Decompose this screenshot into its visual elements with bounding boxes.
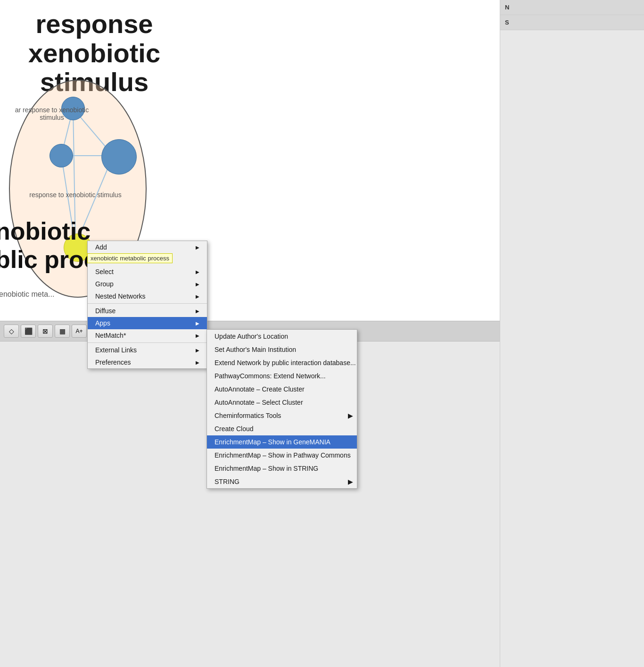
menu-item-group-label: Group	[95, 280, 114, 288]
menu-item-preferences[interactable]: Preferences ▶	[88, 356, 207, 368]
submenu-string[interactable]: STRING ▶	[207, 475, 357, 488]
tooltip-label: xenobiotic metabolic process	[87, 253, 173, 263]
menu-item-netmatch-label: NetMatch*	[95, 332, 126, 339]
submenu-item-label: EnrichmentMap – Show in Pathway Commons	[215, 451, 351, 459]
submenu-autoannotate-select[interactable]: AutoAnnotate – Select Cluster	[207, 396, 357, 409]
submenu-item-label: AutoAnnotate – Create Cluster	[215, 385, 305, 393]
submenu-item-label: EnrichmentMap – Show in STRING	[215, 465, 318, 472]
menu-item-netmatch-arrow: ▶	[196, 333, 199, 338]
submenu-string-arrow: ▶	[348, 478, 353, 485]
submenu-item-label: Extend Network by public interaction dat…	[215, 359, 356, 367]
toolbar-btn-select-all[interactable]: ⬛	[21, 325, 36, 338]
right-panel-header-1: N	[500, 0, 644, 15]
menu-item-apps-label: Apps	[95, 319, 110, 327]
big-label-nobiotic: nobiotic	[0, 217, 91, 245]
submenu-cheminformatics-arrow: ▶	[348, 412, 353, 419]
menu-item-preferences-arrow: ▶	[196, 360, 199, 365]
submenu-item-label: Update Author's Location	[215, 333, 288, 340]
node-label-mid: response to xenobiotic stimulus	[14, 191, 137, 199]
toolbar-btn-text-plus[interactable]: A+	[72, 325, 87, 338]
toolbar-btn-diamond[interactable]: ◇	[4, 325, 19, 338]
node-blue-large[interactable]	[101, 139, 137, 175]
submenu-cheminformatics[interactable]: Cheminformatics Tools ▶	[207, 409, 357, 422]
submenu-set-main-institution[interactable]: Set Author's Main Institution	[207, 343, 357, 356]
submenu-autoannotate-create[interactable]: AutoAnnotate – Create Cluster	[207, 383, 357, 396]
toolbar-btn-select-area[interactable]: ▦	[55, 325, 70, 338]
menu-item-diffuse-arrow: ▶	[196, 308, 199, 314]
menu-item-nested-networks[interactable]: Nested Networks ▶	[88, 290, 207, 302]
menu-item-external-links[interactable]: External Links ▶	[88, 344, 207, 356]
toolbar-btn-select-rect[interactable]: ⊠	[38, 325, 53, 338]
menu-item-external-links-label: External Links	[95, 346, 137, 354]
menu-item-diffuse[interactable]: Diffuse ▶	[88, 305, 207, 317]
submenu-pathway-commons-extend[interactable]: PathwayCommons: Extend Network...	[207, 369, 357, 383]
menu-item-group[interactable]: Group ▶	[88, 278, 207, 290]
menu-item-select[interactable]: Select ▶	[88, 266, 207, 278]
label-xenobiotic-meta: xenobiotic meta...	[0, 290, 54, 299]
right-panel-header-2: S	[500, 15, 644, 30]
menu-item-apps-arrow: ▶	[196, 321, 199, 326]
menu-item-apps[interactable]: Apps ▶	[88, 317, 207, 329]
menu-item-diffuse-label: Diffuse	[95, 307, 116, 315]
menu-item-select-arrow: ▶	[196, 269, 199, 275]
submenu-item-label: PathwayCommons: Extend Network...	[215, 372, 326, 380]
submenu-item-label: Create Cloud	[215, 425, 254, 433]
menu-item-nested-networks-arrow: ▶	[196, 294, 199, 299]
node-label-top: ar response to xenobiotic stimulus	[9, 106, 94, 121]
menu-item-group-arrow: ▶	[196, 282, 199, 287]
canvas-area: response xenobiotic stimulus ar response…	[0, 0, 500, 321]
submenu-item-label: AutoAnnotate – Select Cluster	[215, 399, 303, 406]
submenu-update-author-location[interactable]: Update Author's Location	[207, 330, 357, 343]
menu-item-select-label: Select	[95, 268, 114, 275]
submenu-create-cloud[interactable]: Create Cloud	[207, 422, 357, 435]
menu-separator-1	[88, 303, 207, 304]
menu-separator-2	[88, 342, 207, 343]
submenu-enrichmentmap-genemania[interactable]: EnrichmentMap – Show in GeneMANIA	[207, 435, 357, 449]
submenu-item-label: STRING	[215, 478, 239, 485]
submenu-extend-network[interactable]: Extend Network by public interaction dat…	[207, 356, 357, 369]
submenu-item-label: Cheminformatics Tools	[215, 412, 281, 419]
menu-item-add[interactable]: Add ▶	[88, 241, 207, 253]
menu-item-preferences-label: Preferences	[95, 359, 131, 366]
submenu-enrichmentmap-pathway[interactable]: EnrichmentMap – Show in Pathway Commons	[207, 449, 357, 462]
menu-item-external-links-arrow: ▶	[196, 348, 199, 353]
submenu-item-label: Set Author's Main Institution	[215, 346, 296, 353]
menu-item-add-arrow: ▶	[196, 245, 199, 250]
menu-item-add-label: Add	[95, 243, 107, 251]
submenu-apps: Update Author's Location Set Author's Ma…	[206, 329, 357, 489]
menu-item-nested-networks-label: Nested Networks	[95, 292, 146, 300]
submenu-item-label: EnrichmentMap – Show in GeneMANIA	[215, 438, 330, 446]
node-blue-small-left[interactable]	[50, 144, 73, 167]
menu-item-netmatch[interactable]: NetMatch* ▶	[88, 329, 207, 342]
right-panel: N S	[500, 0, 644, 667]
submenu-enrichmentmap-string[interactable]: EnrichmentMap – Show in STRING	[207, 462, 357, 475]
